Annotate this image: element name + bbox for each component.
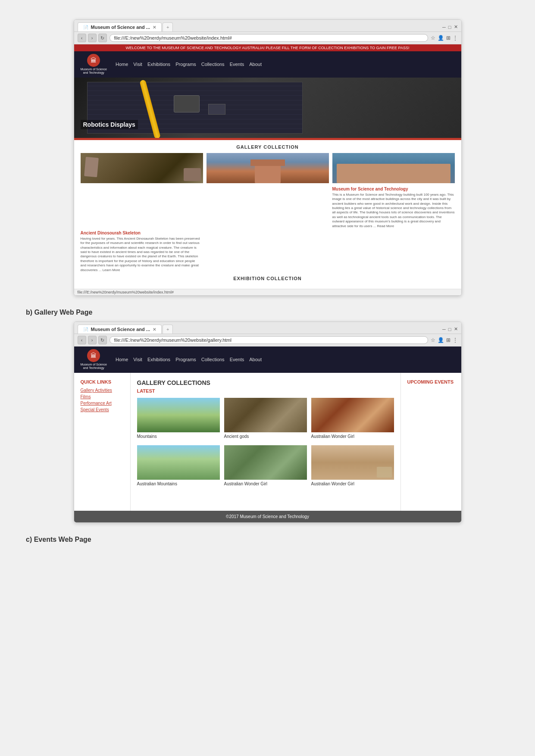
extension-icon-b[interactable]: ⊞	[446, 337, 451, 343]
gallery-img-wonder-girl-2-thumb	[224, 445, 307, 480]
extension-icon-a[interactable]: ⊞	[446, 35, 451, 41]
window-controls-b: ─ □ ✕	[442, 326, 457, 332]
reload-button-b[interactable]: ↻	[98, 336, 107, 344]
gallery-grid-a: Museum for Science and Technology This i…	[81, 153, 455, 228]
new-tab-button[interactable]: +	[163, 22, 173, 31]
gallery-img-ancient-gods[interactable]: Ancient gods	[224, 398, 307, 439]
nav-about-a[interactable]: About	[249, 62, 262, 67]
gallery-main-content: GALLERY COLLECTIONS LATEST Mountains Anc…	[130, 373, 401, 511]
gallery-thumb-museum	[332, 153, 455, 183]
menu-icon-a[interactable]: ⋮	[453, 35, 458, 41]
tab-close-a[interactable]: ✕	[153, 25, 156, 30]
announcement-bar: WELCOME TO THE MUSEUM OF SCIENCE AND TEC…	[74, 44, 461, 51]
sidebar-link-films[interactable]: Films	[81, 394, 124, 399]
gallery-thumb-dino	[81, 153, 203, 183]
gallery-img-wonder-girl-2-label: Australian Wonder Girl	[224, 481, 307, 486]
exhibition-collection-label: EXHIBITION COLLECTION	[81, 276, 455, 281]
gallery-item-dino-title: Ancient Dinosourah Skeleton	[81, 231, 455, 235]
nav-exhibitions-b[interactable]: Exhibitions	[147, 357, 170, 362]
hero-section-a: Robotics Displays	[74, 78, 461, 138]
gallery-img-aus-mountains[interactable]: Australian Mountains	[137, 445, 220, 486]
tab-close-b[interactable]: ✕	[153, 327, 156, 332]
gallery-img-wonder-girl-3-thumb	[311, 445, 394, 480]
back-button-b[interactable]: ‹	[78, 336, 86, 344]
nav-exhibitions-a[interactable]: Exhibitions	[147, 62, 170, 67]
restore-button-b[interactable]: □	[448, 327, 451, 332]
gallery-img-wonder-girl-2[interactable]: Australian Wonder Girl	[224, 445, 307, 486]
gallery-img-wonder-girl-3[interactable]: Australian Wonder Girl	[311, 445, 394, 486]
sidebar-link-performance-art[interactable]: Performance Art	[81, 401, 124, 406]
gallery-img-mountains-label: Mountains	[137, 434, 220, 439]
forward-button-a[interactable]: ›	[88, 34, 97, 42]
gallery-left-sidebar: QUICK LINKS Gallery Activities Films Per…	[74, 373, 130, 511]
gallery-img-mountains[interactable]: Mountains	[137, 398, 220, 439]
bookmark-icon-a[interactable]: ☆	[431, 35, 435, 41]
url-field-a[interactable]: file:///E:/new%20nerdy/museum%20website/…	[110, 34, 428, 42]
nav-collections-b[interactable]: Collections	[201, 357, 225, 362]
close-button-b[interactable]: ✕	[454, 326, 458, 332]
gallery-item-building	[206, 153, 329, 228]
browser-window-a: 📄 Museum of Science and ... ✕ + ─ □ ✕ ‹ …	[74, 19, 462, 296]
nav-events-b[interactable]: Events	[230, 357, 244, 362]
bookmark-icon-b[interactable]: ☆	[431, 337, 435, 343]
nav-links-a: Home Visit Exhibitions Programs Collecti…	[116, 62, 262, 67]
browser-tab-a[interactable]: 📄 Museum of Science and ... ✕	[78, 22, 162, 31]
sidebar-link-special-events[interactable]: Special Events	[81, 407, 124, 412]
nav-about-b[interactable]: About	[249, 357, 262, 362]
sidebar-quick-links-title: QUICK LINKS	[81, 379, 124, 384]
upcoming-events-title: UPCOMING EVENTS	[407, 379, 455, 384]
gallery-collections-title: GALLERY COLLECTIONS	[137, 379, 394, 386]
nav-programs-b[interactable]: Programs	[175, 357, 196, 362]
minimize-button-b[interactable]: ─	[442, 327, 446, 332]
museum-footer-b: ©2017 Museum of Science and Technology	[74, 511, 461, 522]
logo-icon-b: 🏛	[87, 349, 100, 362]
browser-tab-b[interactable]: 📄 Museum of Science and ... ✕	[78, 325, 162, 334]
gallery-img-wonder-girl-1[interactable]: Australian Wonder Girl	[311, 398, 394, 439]
profile-icon-b[interactable]: 👤	[438, 337, 444, 343]
gallery-item-museum-title: Museum for Science and Technology	[332, 187, 455, 191]
logo-icon-a: 🏛	[87, 54, 100, 67]
profile-icon-a[interactable]: 👤	[438, 35, 444, 41]
gallery-item-dino	[81, 153, 203, 228]
minimize-button-a[interactable]: ─	[442, 25, 446, 30]
reload-button-a[interactable]: ↻	[98, 34, 107, 42]
museum-logo-a: 🏛 Museum of Scienceand Technology	[81, 54, 107, 75]
url-field-b[interactable]: file:///E:/new%20nerdy/museum%20website/…	[110, 336, 428, 344]
tab-title-a: Museum of Science and ...	[91, 25, 150, 30]
page-icon: 📄	[83, 25, 88, 30]
museum-site-b: 🏛 Museum of Scienceand Technology Home V…	[74, 347, 461, 522]
forward-button-b[interactable]: ›	[88, 336, 97, 344]
gallery-img-aus-mountains-label: Australian Mountains	[137, 481, 220, 486]
gallery-section-a: GALLERY COLLECTION	[74, 140, 461, 289]
museum-site-a: WELCOME TO THE MUSEUM OF SCIENCE AND TEC…	[74, 44, 461, 295]
gallery-images-row1: Mountains Ancient gods Australian Wonder…	[137, 398, 394, 439]
gallery-img-wonder-girl-1-thumb	[311, 398, 394, 432]
gallery-right-sidebar: UPCOMING EVENTS	[401, 373, 461, 511]
nav-home-a[interactable]: Home	[116, 62, 128, 67]
address-bar-a: ‹ › ↻ file:///E:/new%20nerdy/museum%20we…	[74, 32, 461, 44]
nav-programs-a[interactable]: Programs	[175, 62, 196, 67]
nav-links-b: Home Visit Exhibitions Programs Collecti…	[116, 357, 262, 362]
close-button-a[interactable]: ✕	[454, 24, 458, 30]
page-icon-b: 📄	[83, 327, 88, 332]
menu-icon-b[interactable]: ⋮	[453, 337, 458, 343]
hero-label-a: Robotics Displays	[81, 120, 138, 129]
nav-home-b[interactable]: Home	[116, 357, 128, 362]
back-button-a[interactable]: ‹	[78, 34, 86, 42]
sidebar-link-gallery-activities[interactable]: Gallery Activities	[81, 388, 124, 393]
logo-text-a: Museum of Scienceand Technology	[81, 68, 107, 75]
restore-button-a[interactable]: □	[448, 25, 451, 30]
new-tab-button-b[interactable]: +	[163, 325, 173, 334]
gallery-img-ancient-gods-label: Ancient gods	[224, 434, 307, 439]
nav-visit-a[interactable]: Visit	[133, 62, 142, 67]
nav-collections-a[interactable]: Collections	[201, 62, 225, 67]
museum-nav-b: 🏛 Museum of Scienceand Technology Home V…	[74, 347, 461, 373]
window-controls-a: ─ □ ✕	[442, 24, 457, 30]
nav-events-a[interactable]: Events	[230, 62, 244, 67]
gallery-page-content: QUICK LINKS Gallery Activities Films Per…	[74, 373, 461, 511]
gallery-item-museum: Museum for Science and Technology This i…	[332, 153, 455, 228]
nav-visit-b[interactable]: Visit	[133, 357, 142, 362]
gallery-img-ancient-gods-thumb	[224, 398, 307, 432]
gallery-img-aus-mountains-thumb	[137, 445, 220, 480]
gallery-images-row2: Australian Mountains Australian Wonder G…	[137, 445, 394, 486]
